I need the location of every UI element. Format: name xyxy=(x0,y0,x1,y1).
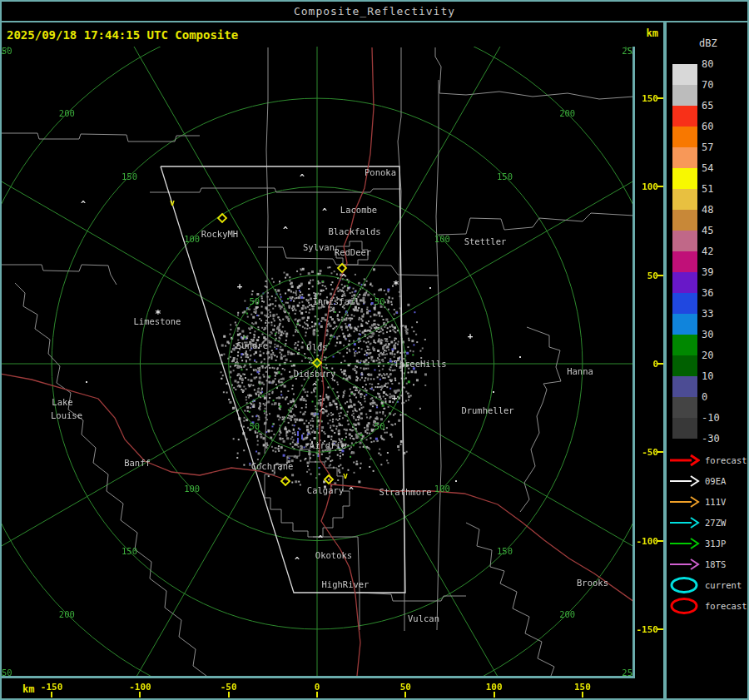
caret-marker-icon: ^ xyxy=(341,273,346,282)
legend-label: 111V xyxy=(705,497,726,507)
colorbar-label: -30 xyxy=(702,433,735,444)
caret-marker-icon: ^ xyxy=(81,200,86,209)
ring-distance-label: 50 xyxy=(374,296,385,306)
ring-distance-label: 50 xyxy=(250,296,260,306)
colorbar-block xyxy=(672,210,697,231)
colorbar-label: 30 xyxy=(702,329,735,340)
legend: forecast09EA111V27ZW31JP18TScurrentforec… xyxy=(668,449,748,616)
colorbar-block xyxy=(672,147,697,168)
colorbar-block xyxy=(672,189,697,210)
colorbar-label: 60 xyxy=(702,121,735,132)
ring-distance-label: 50 xyxy=(374,421,385,431)
caret-marker-icon: ^ xyxy=(320,407,325,416)
legend-arrow-icon xyxy=(668,471,700,491)
caret-marker-icon: ^ xyxy=(349,486,354,495)
colorbar-block xyxy=(672,418,697,439)
ring-distance-label: 150 xyxy=(497,171,513,181)
city-label: ThreeHills xyxy=(394,359,446,369)
legend-item: 31JP xyxy=(668,533,748,554)
radar-site-diamond-icon xyxy=(218,214,226,222)
colorbar-block xyxy=(672,251,697,272)
city-label: Hanna xyxy=(567,366,593,376)
timestamp: 2025/09/18 17:44:15 UTC Composite xyxy=(7,28,238,42)
x-tick-mark xyxy=(139,692,141,698)
city-label: Olds xyxy=(306,342,327,352)
legend-ellipse-icon xyxy=(668,575,700,595)
y-tick-mark xyxy=(657,628,663,630)
asterisk-marker-icon: * xyxy=(155,307,161,320)
y-tick-mark xyxy=(657,363,663,365)
y-tick-mark xyxy=(657,186,663,187)
caret-marker-icon: ^ xyxy=(300,173,305,182)
chevron-marker-icon: v xyxy=(170,198,175,207)
city-label: Banff xyxy=(124,458,151,468)
legend-item: 09EA xyxy=(668,470,748,491)
colorbar-block xyxy=(672,376,697,397)
caret-marker-icon: ^ xyxy=(318,534,323,544)
city-label: Cochrane xyxy=(251,461,294,471)
caret-marker-icon: ^ xyxy=(283,226,288,235)
colorbar-label: 80 xyxy=(702,58,735,70)
legend-label: 27ZW xyxy=(705,518,726,528)
colorbar-block xyxy=(672,293,697,314)
legend-label: current xyxy=(705,580,742,590)
city-label: Ponoka xyxy=(365,167,396,177)
y-tick-label: 100 xyxy=(628,181,658,192)
title-divider xyxy=(0,21,749,22)
window-border-top xyxy=(0,0,749,2)
y-tick-mark xyxy=(657,540,663,542)
colorbar-label: 70 xyxy=(702,79,735,91)
colorbar-block xyxy=(672,64,697,85)
legend-arrow-icon xyxy=(668,554,700,574)
city-label: Vulcan xyxy=(408,613,439,623)
colorbar-label: 51 xyxy=(702,183,735,195)
legend-label: 09EA xyxy=(705,476,726,486)
plus-marker-icon: + xyxy=(468,330,474,341)
ring-distance-label: 100 xyxy=(434,484,450,494)
y-axis-unit: km xyxy=(628,27,658,39)
city-label: Louise xyxy=(51,410,82,420)
legend-item: 111V xyxy=(668,491,748,512)
legend-label: 18TS xyxy=(705,559,726,569)
y-tick-label: 50 xyxy=(628,271,658,281)
legend-item: 18TS xyxy=(668,554,748,574)
colorbar-block xyxy=(672,397,697,418)
y-tick-label: -150 xyxy=(628,624,658,635)
x-tick-mark xyxy=(228,692,230,698)
plus-marker-icon: + xyxy=(237,280,243,291)
colorbar-block xyxy=(672,127,697,147)
legend-label: 31JP xyxy=(705,539,726,549)
legend-item: 27ZW xyxy=(668,512,748,533)
colorbar-label: 36 xyxy=(702,287,735,299)
ring-distance-label: 200 xyxy=(59,108,75,118)
colorbar-label: 0 xyxy=(702,391,735,403)
city-label: Calgary xyxy=(307,485,344,495)
city-label: Brooks xyxy=(577,578,608,588)
window-border-left xyxy=(0,0,2,700)
colorbar-label: 65 xyxy=(702,100,735,112)
city-label: RockyMH xyxy=(201,229,238,239)
colorbar-block xyxy=(672,272,697,293)
legend-arrow-icon xyxy=(668,492,700,512)
ring-distance-label: 100 xyxy=(434,234,450,244)
x-tick-mark xyxy=(404,692,406,698)
ring-distance-label: 150 xyxy=(497,546,513,556)
city-label: Blackfalds xyxy=(328,226,380,236)
window-title: Composite_Reflectivity xyxy=(0,5,749,17)
legend-item: current xyxy=(668,574,748,595)
colorbar-block xyxy=(672,85,697,106)
y-tick-mark xyxy=(657,97,663,99)
map-bottom-border xyxy=(0,676,635,678)
city-label: Drumheller xyxy=(461,405,513,415)
city-label: HighRiver xyxy=(322,579,370,589)
ring-distance-label: 200 xyxy=(59,609,75,619)
colorbar-label: 33 xyxy=(702,308,735,320)
colorbar-block xyxy=(672,106,697,127)
y-tick-label: -50 xyxy=(628,447,658,458)
colorbar-block xyxy=(672,231,697,251)
ring-distance-label: 200 xyxy=(559,609,575,619)
caret-marker-icon: ^ xyxy=(322,207,327,216)
y-tick-mark xyxy=(657,275,663,276)
city-label: Okotoks xyxy=(315,550,352,560)
x-tick-mark xyxy=(494,692,495,698)
